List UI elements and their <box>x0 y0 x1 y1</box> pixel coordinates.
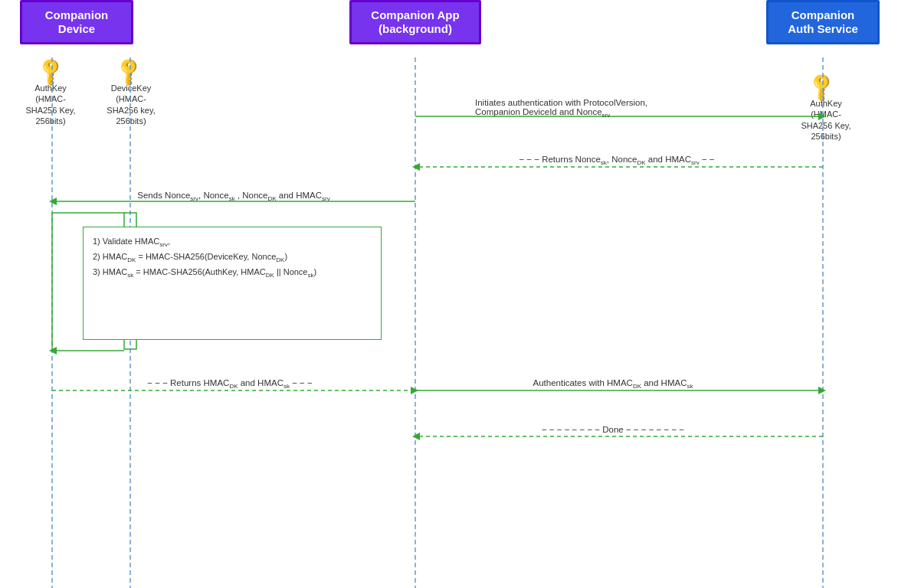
msg7-label: − − − − − − − − Done − − − − − − − − <box>429 425 797 434</box>
svg-marker-7 <box>412 163 420 171</box>
process-box: 1) Validate HMACsrv, 2) HMACDK = HMAC-SH… <box>83 227 382 340</box>
msg5-label: − − − Returns HMACDK and HMACsk − − − <box>46 378 414 390</box>
msg3-label: Sends Noncesrv, Noncesk , NonceDK and HM… <box>61 191 406 202</box>
msg1-label: Initiates authentication with ProtocolVe… <box>475 98 774 119</box>
svg-marker-9 <box>49 198 57 205</box>
msg6-label: Authenticates with HMACDK and HMACsk <box>429 378 797 390</box>
msg2-label: − − − Returns Noncesk, NonceDK and HMACs… <box>429 155 805 166</box>
sequence-diagram: CompanionDevice Companion App(background… <box>0 0 898 588</box>
svg-marker-5 <box>818 113 826 120</box>
svg-marker-14 <box>49 347 57 354</box>
svg-marker-20 <box>412 433 420 440</box>
svg-marker-18 <box>818 387 826 394</box>
